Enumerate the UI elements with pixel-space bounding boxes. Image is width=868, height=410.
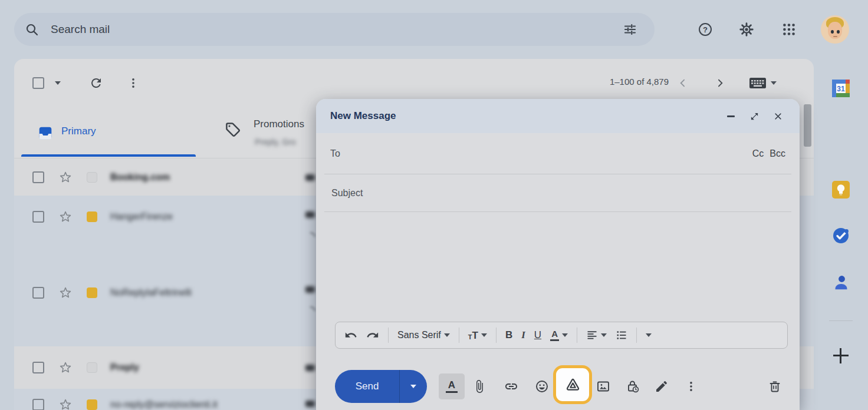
more-options-button[interactable] [119, 69, 147, 97]
paperclip-icon [472, 379, 486, 394]
newer-page-button[interactable] [669, 69, 697, 97]
close-icon [774, 112, 782, 121]
help-icon: ? [698, 22, 713, 37]
compose-window: New Message To Cc Bcc [316, 99, 800, 410]
star-icon[interactable] [58, 398, 73, 410]
message-body-area[interactable] [316, 212, 800, 322]
more-formatting-button[interactable] [644, 332, 653, 338]
apps-grid-icon [781, 22, 797, 37]
apps-grid-button[interactable] [775, 15, 803, 44]
star-icon[interactable] [58, 286, 73, 300]
search-input[interactable] [50, 22, 616, 37]
settings-button[interactable] [732, 15, 761, 44]
keep-icon [831, 180, 851, 200]
recipients-field[interactable]: To Cc Bcc [316, 133, 800, 174]
select-dropdown-icon[interactable] [55, 81, 61, 85]
row-checkbox[interactable] [32, 362, 44, 373]
font-select[interactable]: Sans Serif [396, 329, 452, 342]
row-checkbox[interactable] [32, 399, 44, 410]
insert-photo-button[interactable] [590, 373, 616, 399]
confidential-mode-button[interactable] [620, 373, 646, 399]
undo-button[interactable] [343, 328, 359, 343]
list-scrollbar[interactable] [804, 104, 811, 147]
insert-link-button[interactable] [498, 373, 524, 399]
refresh-button[interactable] [82, 69, 110, 97]
tab-primary-label: Primary [61, 125, 96, 137]
insert-drive-file-button[interactable] [553, 365, 592, 404]
email-snippet-blurred [305, 286, 315, 293]
star-icon[interactable] [58, 170, 73, 184]
subject-field-row[interactable] [316, 174, 800, 212]
svg-text:31: 31 [837, 85, 845, 93]
select-all-checkbox[interactable] [32, 77, 44, 89]
more-send-options-button[interactable] [678, 373, 704, 399]
tasks-app-button[interactable] [826, 220, 856, 251]
text-format-icon: A [446, 380, 458, 394]
toolbar-divider [496, 328, 497, 343]
close-button[interactable] [770, 108, 785, 124]
bold-button[interactable]: B [504, 328, 514, 342]
italic-button[interactable]: I [520, 328, 527, 342]
avatar-eye [837, 30, 840, 34]
email-sender: NoReplylaFeltrinelli [110, 287, 192, 298]
discard-draft-button[interactable] [762, 373, 788, 399]
lock-clock-icon [626, 379, 640, 394]
cc-toggle[interactable]: Cc [752, 148, 764, 159]
older-page-button[interactable] [706, 69, 734, 97]
bcc-toggle[interactable]: Bcc [770, 148, 785, 159]
insert-emoji-button[interactable] [529, 373, 555, 399]
row-checkbox[interactable] [32, 287, 44, 299]
attach-file-button[interactable] [466, 373, 492, 399]
row-checkbox[interactable] [32, 171, 44, 183]
get-add-ons-button[interactable] [826, 340, 856, 371]
align-button[interactable] [584, 328, 609, 342]
chevron-down-icon [562, 333, 568, 337]
insert-signature-button[interactable] [649, 373, 675, 399]
numbered-list-button[interactable] [614, 328, 629, 342]
minimize-button[interactable] [723, 108, 738, 124]
subject-input[interactable] [330, 187, 785, 199]
gear-icon [739, 22, 754, 37]
importance-marker[interactable] [87, 211, 97, 222]
inbox-icon [38, 125, 53, 141]
pop-out-button[interactable] [747, 108, 762, 124]
email-snippet-blurred [305, 401, 315, 407]
align-icon [586, 329, 598, 341]
importance-marker[interactable] [87, 399, 97, 410]
chevron-down-icon [601, 333, 607, 337]
toolbar-divider [459, 328, 459, 343]
importance-marker[interactable] [87, 172, 97, 183]
font-size-button[interactable]: TT [466, 329, 489, 342]
tab-active-indicator [21, 154, 196, 157]
text-color-button[interactable]: A [548, 328, 570, 343]
gmail-app: ? [0, 0, 868, 410]
star-icon[interactable] [58, 361, 73, 375]
search-bar[interactable] [14, 13, 655, 46]
account-avatar[interactable] [821, 15, 849, 44]
keyboard-icon [749, 77, 767, 90]
link-icon [504, 379, 518, 394]
importance-marker[interactable] [87, 362, 97, 373]
send-button[interactable]: Send [335, 370, 427, 403]
row-checkbox[interactable] [32, 211, 44, 223]
underline-button[interactable]: U [532, 328, 543, 342]
importance-marker[interactable] [87, 287, 97, 298]
redo-button[interactable] [364, 328, 381, 343]
formatting-options-button[interactable]: A [439, 373, 465, 399]
star-icon[interactable] [58, 210, 73, 224]
contacts-app-button[interactable] [826, 267, 856, 298]
text-color-icon: A [550, 329, 559, 342]
avatar-eye [831, 30, 834, 34]
input-tools-button[interactable] [745, 69, 780, 97]
compose-header[interactable]: New Message [316, 99, 800, 133]
search-options-button[interactable] [616, 15, 644, 44]
toolbar-divider [577, 328, 577, 343]
tag-icon [224, 121, 242, 138]
send-options-dropdown[interactable] [399, 370, 427, 403]
avatar-mouth [833, 36, 837, 37]
keep-app-button[interactable] [826, 174, 856, 205]
help-button[interactable]: ? [691, 15, 719, 44]
more-vert-icon [685, 380, 698, 393]
text-size-icon: TT [468, 330, 478, 340]
calendar-app-button[interactable]: 31 [826, 73, 856, 104]
